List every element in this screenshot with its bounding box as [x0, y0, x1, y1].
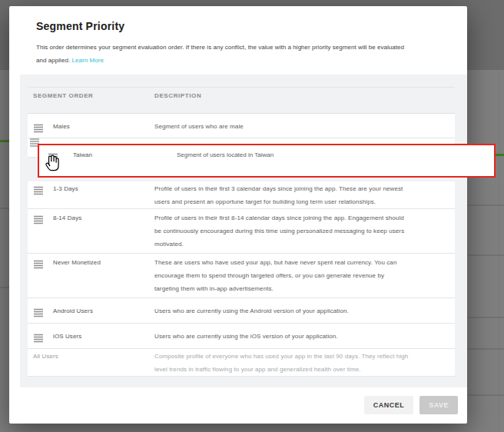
background-green-line-left: [0, 140, 9, 142]
cancel-button[interactable]: CANCEL: [364, 396, 414, 414]
segment-name: Android Users: [53, 304, 154, 317]
column-header-description: DESCRIPTION: [154, 92, 201, 99]
dialog-footer: CANCEL SAVE: [364, 396, 458, 414]
table-row-android-users[interactable]: Android Users Users who are currently us…: [28, 298, 455, 324]
segment-description: These are users who have used your app, …: [154, 256, 455, 295]
segment-description: Segment of users who are male: [154, 120, 455, 133]
drag-handle-icon[interactable]: [33, 184, 44, 194]
drag-handle-icon[interactable]: [33, 122, 44, 131]
segment-name: All Users: [33, 350, 154, 363]
segment-name: 1-3 Days: [53, 182, 154, 195]
background-column-line: [499, 70, 499, 432]
save-button[interactable]: SAVE: [419, 396, 458, 414]
grab-cursor-icon: [42, 153, 63, 177]
table-row-males[interactable]: Males Segment of users who are male: [28, 114, 455, 138]
table-top-divider: [28, 87, 455, 88]
column-header-segment-order: SEGMENT ORDER: [33, 92, 93, 99]
drag-handle-icon[interactable]: [33, 307, 44, 316]
segment-description: Users who are currently using the Androi…: [154, 304, 455, 317]
segment-name: Males: [53, 120, 154, 133]
table-row-1-3-days[interactable]: 1-3 Days Profile of users in their first…: [28, 181, 455, 209]
table-row-ios-users[interactable]: iOS Users Users who are currently using …: [28, 324, 455, 349]
table-row-all-users: All Users Composite profile of everyone …: [28, 349, 455, 377]
segment-description: Composite profile of everyone who has us…: [154, 350, 455, 376]
background-row-line: [0, 208, 9, 209]
drag-handle-icon[interactable]: [33, 258, 44, 268]
segment-name: Never Monetized: [53, 256, 154, 269]
drag-handle-icon[interactable]: [33, 332, 44, 341]
drag-handle-icon[interactable]: [33, 214, 44, 223]
segment-description: Users who are currently using the iOS ve…: [154, 330, 455, 343]
segment-description: Segment of users located in Taiwan: [177, 148, 274, 161]
dialog-title: Segment Priority: [36, 20, 124, 32]
segment-description: Profile of users in their first 3 calend…: [154, 182, 455, 208]
segment-name: iOS Users: [53, 330, 154, 343]
background-row-line: [0, 287, 9, 288]
table-row-8-14-days[interactable]: 8-14 Days Profile of users in their firs…: [28, 209, 455, 254]
segment-description: Profile of users in their first 8-14 cal…: [154, 211, 455, 251]
table-row-never-monetized[interactable]: Never Monetized These are users who have…: [28, 254, 455, 298]
dialog-description: This order determines your segment evalu…: [36, 41, 457, 67]
dragged-row-taiwan[interactable]: Taiwan Segment of users located in Taiwa…: [38, 144, 496, 178]
segment-table-panel: SEGMENT ORDER DESCRIPTION Males Segment …: [20, 75, 467, 387]
segment-name: Taiwan: [73, 148, 92, 161]
segment-priority-dialog: Segment Priority This order determines y…: [9, 6, 467, 424]
segment-name: 8-14 Days: [53, 211, 154, 224]
learn-more-link[interactable]: Learn More: [71, 57, 103, 64]
